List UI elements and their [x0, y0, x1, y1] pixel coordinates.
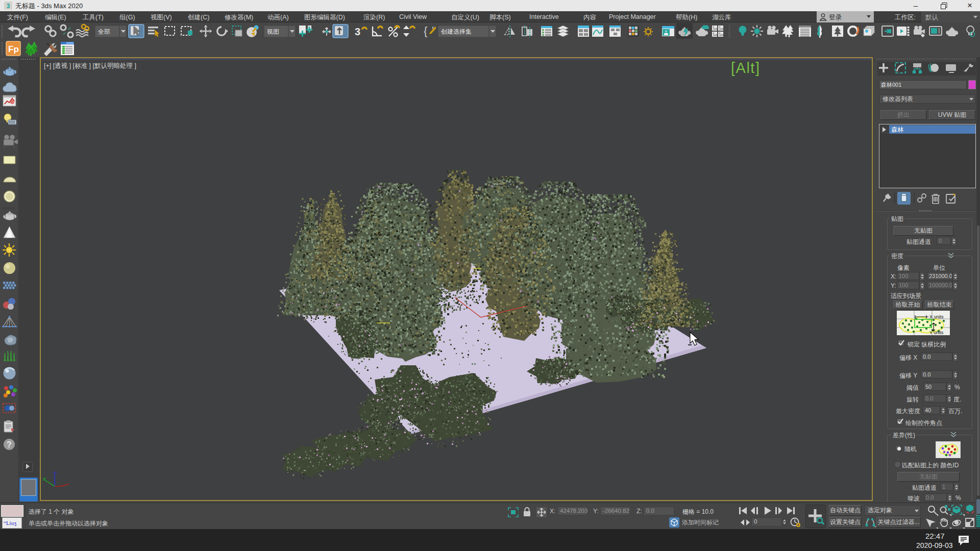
svg-text:3: 3 [7, 3, 10, 10]
svg-text:3: 3 [355, 26, 360, 37]
svg-text:{: { [424, 24, 427, 37]
svg-text:视图: 视图 [266, 28, 279, 35]
svg-text:?: ? [7, 440, 12, 449]
svg-text:Fp: Fp [8, 44, 19, 54]
svg-text:创建选择集: 创建选择集 [440, 28, 472, 35]
svg-text:全部: 全部 [98, 28, 110, 35]
svg-text:X units: X units [929, 314, 944, 319]
svg-text:Y units: Y units [929, 330, 944, 335]
